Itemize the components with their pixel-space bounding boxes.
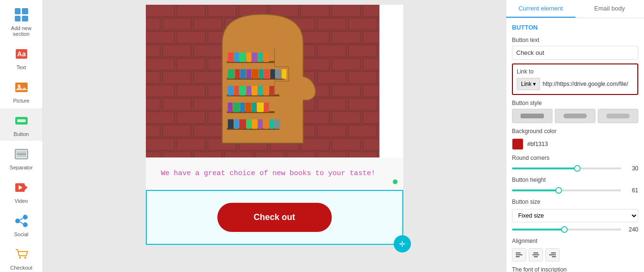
panel-content: BUTTON Button text Link to Link ▾ Button… — [506, 18, 644, 272]
svg-rect-2 — [15, 83, 28, 92]
sidebar-item-text[interactable]: Aa Text — [0, 42, 42, 74]
link-url-input[interactable] — [542, 81, 634, 87]
svg-rect-111 — [146, 152, 160, 157]
align-center-button[interactable] — [529, 248, 543, 262]
svg-rect-133 — [240, 69, 246, 79]
svg-rect-48 — [163, 45, 191, 57]
sidebar-item-social[interactable]: Social — [0, 209, 42, 241]
text-icon: Aa — [13, 45, 30, 63]
button-size-thumb[interactable] — [561, 226, 568, 233]
move-handle[interactable]: ✛ — [394, 235, 411, 252]
svg-rect-125 — [234, 52, 239, 62]
svg-rect-165 — [516, 252, 521, 253]
svg-rect-30 — [363, 5, 379, 17]
svg-rect-70 — [348, 72, 377, 84]
svg-rect-147 — [263, 86, 269, 95]
svg-rect-63 — [146, 72, 160, 84]
svg-rect-54 — [348, 45, 377, 57]
svg-rect-102 — [348, 125, 377, 137]
svg-rect-118 — [348, 152, 377, 157]
round-corners-value: 30 — [625, 165, 638, 172]
email-button-section[interactable]: Check out ✛ — [146, 190, 403, 245]
email-canvas: We have a great choice of new books to y… — [43, 0, 506, 272]
tab-current-element[interactable]: Current element — [506, 0, 575, 18]
bookshelf-image — [146, 5, 379, 157]
button-height-thumb[interactable] — [555, 187, 562, 194]
svg-rect-78 — [363, 85, 379, 97]
svg-rect-129 — [258, 52, 263, 62]
link-type-dropdown[interactable]: Link ▾ — [517, 78, 540, 90]
email-image-section — [146, 5, 403, 157]
style-btn-2[interactable] — [555, 109, 595, 123]
svg-rect-92 — [301, 112, 329, 124]
svg-point-16 — [23, 215, 28, 220]
svg-rect-110 — [363, 138, 379, 150]
sidebar-item-label: Checkout — [10, 265, 32, 271]
svg-rect-72 — [177, 85, 205, 97]
sidebar-item-label: Button — [14, 131, 29, 137]
bg-color-swatch[interactable] — [512, 138, 523, 150]
svg-rect-128 — [252, 52, 257, 62]
button-size-select-row: Fixed size Full width Auto — [512, 209, 638, 222]
svg-rect-86 — [348, 98, 377, 110]
svg-rect-81 — [194, 98, 222, 110]
svg-line-19 — [20, 222, 23, 224]
svg-rect-11 — [17, 155, 26, 157]
svg-rect-61 — [332, 58, 360, 70]
align-right-button[interactable] — [545, 248, 560, 262]
link-to-label: Link to — [517, 68, 634, 75]
link-to-section: Link to Link ▾ — [512, 63, 638, 95]
svg-rect-97 — [194, 125, 222, 137]
svg-rect-160 — [252, 119, 257, 129]
svg-rect-33 — [194, 18, 222, 30]
sidebar-item-checkout[interactable]: Checkout — [0, 242, 42, 272]
svg-rect-130 — [263, 52, 269, 62]
style-btn-1[interactable] — [512, 109, 552, 123]
checkout-button[interactable]: Check out — [217, 203, 332, 232]
sidebar-item-separator[interactable]: Separator — [0, 142, 42, 174]
round-corners-track[interactable] — [512, 167, 621, 169]
svg-rect-113 — [194, 152, 222, 157]
sidebar-item-label: Video — [15, 198, 28, 204]
round-corners-thumb[interactable] — [574, 165, 581, 172]
button-size-select[interactable]: Fixed size Full width Auto — [512, 209, 638, 222]
sidebar-item-label: Social — [14, 231, 29, 237]
video-icon — [13, 179, 30, 196]
svg-rect-79 — [146, 98, 160, 110]
style-btn-3[interactable] — [598, 109, 638, 123]
svg-rect-10 — [17, 151, 26, 153]
svg-rect-62 — [363, 58, 379, 70]
svg-rect-60 — [301, 58, 329, 70]
button-icon — [13, 112, 30, 129]
svg-rect-95 — [146, 125, 160, 137]
svg-rect-115 — [256, 152, 284, 157]
button-size-track[interactable] — [512, 229, 621, 230]
sidebar-item-video[interactable]: Video — [0, 175, 42, 208]
button-text-input[interactable] — [512, 46, 638, 60]
svg-rect-146 — [258, 86, 263, 95]
svg-rect-168 — [533, 252, 538, 253]
alignment-row — [512, 248, 638, 262]
sidebar-item-picture[interactable]: Picture — [0, 75, 42, 107]
svg-rect-159 — [246, 119, 251, 129]
picture-icon — [13, 79, 30, 96]
align-left-button[interactable] — [512, 248, 526, 262]
svg-rect-116 — [286, 152, 315, 157]
svg-rect-55 — [146, 58, 174, 70]
svg-rect-23 — [146, 5, 174, 17]
svg-rect-29 — [332, 5, 360, 17]
svg-rect-103 — [146, 138, 174, 150]
sidebar-item-add-new-section[interactable]: Add new section — [0, 2, 42, 41]
svg-rect-56 — [177, 58, 205, 70]
svg-rect-32 — [163, 18, 191, 30]
svg-rect-164 — [275, 119, 280, 129]
svg-rect-144 — [246, 86, 251, 95]
sidebar-item-label: Separator — [10, 165, 32, 170]
sidebar-item-button[interactable]: Button — [0, 108, 42, 141]
svg-rect-169 — [532, 254, 539, 255]
tab-email-body[interactable]: Email body — [575, 0, 644, 18]
round-corners-slider-row: 30 — [512, 165, 638, 172]
email-body-text: We have a great choice of new books to y… — [161, 168, 388, 179]
svg-rect-132 — [235, 69, 240, 79]
button-height-track[interactable] — [512, 189, 621, 191]
